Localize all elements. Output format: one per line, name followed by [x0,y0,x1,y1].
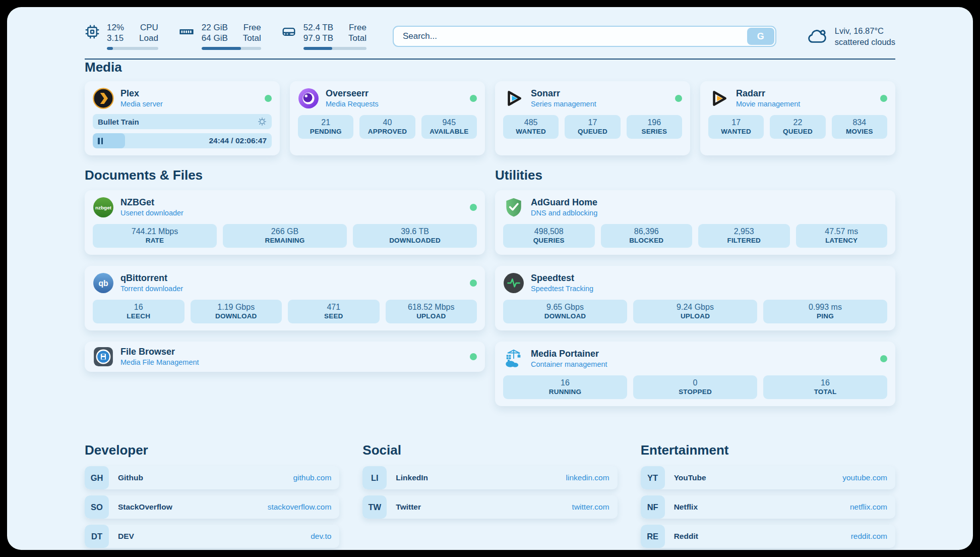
app-title: Speedtest [531,272,593,284]
stat-pending: 21PENDING [298,115,353,139]
section-title-media: Media [85,60,895,75]
link-url: youtube.com [842,473,887,482]
stat-queries: 498,508QUERIES [503,224,595,248]
link-label: Twitter [396,503,421,512]
disk-total-value: 97.9 TB [303,33,333,43]
link-badge: RE [641,525,665,548]
stat-approved: 40APPROVED [359,115,415,139]
stat-wanted: 485WANTED [503,115,559,139]
app-title: Sonarr [531,88,596,99]
filebrowser-icon [93,346,114,367]
card-portainer[interactable]: Media Portainer Container management 16R… [495,342,895,406]
card-filebrowser[interactable]: File Browser Media File Management [85,342,485,372]
overseerr-icon [298,88,319,109]
link-netflix[interactable]: NF Netflix netflix.com [641,495,895,519]
link-label: Github [118,473,143,482]
card-sonarr[interactable]: Sonarr Series management 485WANTED 17QUE… [495,81,690,155]
cpu-stat: 12% CPU 3.15 Load [85,23,158,50]
svg-text:nzbget: nzbget [95,205,112,210]
memory-free-label: Free [243,23,261,33]
card-adguard[interactable]: AdGuard Home DNS and adblocking 498,508Q… [495,190,895,255]
sonarr-icon [503,88,524,109]
stat-running: 16RUNNING [503,375,627,399]
status-dot [265,95,272,102]
link-label: YouTube [674,473,706,482]
weather-widget: Lviv, 16.87°C scattered clouds [805,25,895,48]
playback-progress-bar: 24:44 / 02:06:47 [93,133,272,148]
stat-queued: 22QUEUED [770,115,825,139]
stat-upload: 618.52 MbpsUPLOAD [386,300,477,323]
link-url: github.com [293,473,332,482]
card-plex[interactable]: Plex Media server Bullet Train 24:44 / 0… [85,81,280,155]
link-github[interactable]: GH Github github.com [85,466,339,489]
stat-series: 196SERIES [627,115,682,139]
stat-download: 9.65 GbpsDOWNLOAD [503,300,627,323]
stat-leech: 16LEECH [93,300,185,323]
link-group-developer: Developer GH Github github.com SO StackO… [85,442,339,554]
disk-free-value: 52.4 TB [303,23,333,33]
status-dot [880,355,887,362]
link-dev[interactable]: DT DEV dev.to [85,525,339,548]
app-subtitle: Container management [531,360,607,369]
app-title: AdGuard Home [531,197,597,208]
link-youtube[interactable]: YT YouTube youtube.com [641,466,895,489]
cpu-label: CPU [139,23,158,33]
section-title-developer: Developer [85,442,339,458]
status-dot [470,204,477,211]
link-group-entertainment: Entertainment YT YouTube youtube.com NF … [641,442,895,554]
google-search-button[interactable]: G [747,28,774,45]
app-title: qBittorrent [120,272,183,284]
section-title-utilities: Utilities [495,168,895,183]
cpu-usage-value: 12% [107,23,124,33]
link-url: stackoverflow.com [268,503,332,512]
utilities-column: Utilities AdGuard Home DNS and [495,168,895,417]
link-reddit[interactable]: RE Reddit reddit.com [641,525,895,548]
status-dot [470,280,477,287]
search-input[interactable] [393,26,776,47]
nzbget-icon: nzbget [93,197,114,218]
link-label: LinkedIn [396,473,428,482]
stat-ping: 0.993 msPING [763,300,887,323]
card-radarr[interactable]: Radarr Movie management 17WANTED 22QUEUE… [700,81,895,155]
link-label: Reddit [674,532,698,541]
cpu-icon [85,24,100,39]
disk-stat: 52.4 TB Free 97.9 TB Total [281,23,366,50]
stat-queued: 17QUEUED [565,115,620,139]
link-label: Netflix [674,503,698,512]
dashboard-panel: 12% CPU 3.15 Load 22 GiB Free [7,7,973,550]
card-nzbget[interactable]: nzbget NZBGet Usenet downloader 744.21 M… [85,190,485,255]
cpu-progress-bar [107,47,158,50]
link-linkedin[interactable]: LI LinkedIn linkedin.com [362,466,617,489]
link-badge: SO [85,495,109,519]
cpu-load-label: Load [139,33,158,43]
link-url: linkedin.com [566,473,609,482]
disk-total-label: Total [348,33,366,43]
cpu-load-value: 3.15 [107,33,124,43]
cloud-icon [805,26,828,46]
stat-download: 1.19 GbpsDOWNLOAD [191,300,282,323]
card-qbittorrent[interactable]: qb qBittorrent Torrent downloader 16LEEC… [85,266,485,330]
memory-free-value: 22 GiB [202,23,228,33]
app-subtitle: Media server [120,99,163,109]
weather-condition: scattered clouds [835,36,895,47]
memory-total-value: 64 GiB [202,33,228,43]
stat-filtered: 2,953FILTERED [698,224,790,248]
app-title: Overseerr [326,88,379,99]
card-overseerr[interactable]: Overseerr Media Requests 21PENDING 40APP… [290,81,485,155]
link-label: StackOverflow [118,503,172,512]
app-title: Radarr [736,88,800,99]
stat-latency: 47.57 msLATENCY [796,224,888,248]
status-dot [470,95,477,102]
stat-blocked: 86,396BLOCKED [601,224,693,248]
link-twitter[interactable]: TW Twitter twitter.com [362,495,617,519]
disk-free-label: Free [348,23,366,33]
speedtest-icon [503,272,524,294]
session-settings-icon[interactable] [258,117,267,126]
stat-wanted: 17WANTED [708,115,764,139]
link-url: dev.to [311,532,331,541]
card-speedtest[interactable]: Speedtest Speedtest Tracking 9.65 GbpsDO… [495,266,895,330]
app-subtitle: Media Requests [326,99,379,109]
app-subtitle: Torrent downloader [120,284,183,294]
link-stackoverflow[interactable]: SO StackOverflow stackoverflow.com [85,495,339,519]
link-badge: NF [641,495,665,519]
